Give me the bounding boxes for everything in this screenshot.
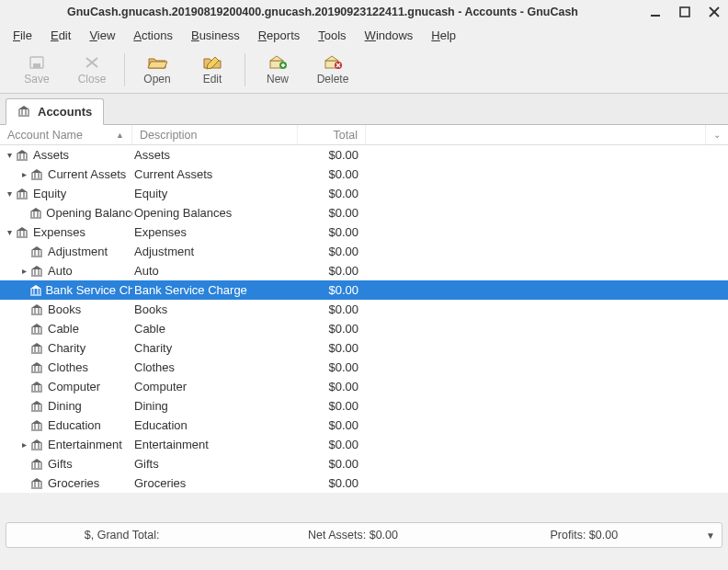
account-row[interactable]: GiftsGifts$0.00 [0, 454, 728, 473]
toolbar-edit-button[interactable]: Edit [185, 52, 240, 87]
account-name-cell: Clothes [0, 360, 132, 374]
account-row[interactable]: Bank Service ChaBank Service Charge$0.00 [0, 280, 728, 300]
column-options-button[interactable]: ⌄ [706, 125, 728, 144]
account-total-cell: $0.00 [298, 418, 366, 432]
account-name-label: Auto [48, 264, 73, 278]
account-name-label: Adjustment [48, 245, 108, 258]
delete-account-icon [323, 54, 343, 71]
svg-marker-120 [31, 459, 42, 462]
account-row[interactable]: ▸EntertainmentEntertainment$0.00 [0, 435, 728, 454]
menu-reports[interactable]: Reports [249, 27, 310, 44]
toolbar-new-button[interactable]: New [250, 52, 305, 87]
account-total-cell: $0.00 [298, 360, 366, 374]
menu-edit[interactable]: Edit [41, 27, 80, 44]
account-row[interactable]: ▾EquityEquity$0.00 [0, 184, 728, 203]
summary-net-assets: Net Assets: $0.00 [237, 529, 468, 542]
account-description-cell: Equity [132, 187, 298, 200]
account-name-label: Dining [48, 399, 82, 413]
column-account-name[interactable]: Account Name ▲ [0, 125, 132, 144]
account-name-label: Bank Service Cha [45, 283, 132, 297]
expand-icon[interactable]: ▸ [18, 169, 29, 179]
account-total-cell: $0.00 [298, 399, 366, 413]
account-name-cell: Computer [0, 380, 132, 393]
minimize-button[interactable] [649, 6, 662, 18]
summary-bar: $, Grand Total: Net Assets: $0.00 Profit… [6, 522, 722, 548]
account-name-label: Charity [48, 341, 85, 355]
svg-marker-42 [30, 208, 41, 211]
minimize-icon [650, 6, 661, 17]
account-name-cell: ▸Current Assets [0, 167, 132, 181]
toolbar-close-button[interactable]: Close [64, 52, 119, 87]
menu-windows[interactable]: Windows [356, 27, 423, 44]
account-name-label: Groceries [48, 476, 99, 490]
toolbar-delete-label: Delete [317, 73, 349, 86]
svg-marker-18 [18, 106, 29, 109]
window-controls [649, 6, 721, 18]
account-name-label: Gifts [48, 457, 73, 471]
account-total-cell: $0.00 [298, 245, 366, 258]
collapse-icon[interactable]: ▾ [4, 188, 15, 199]
close-button[interactable] [708, 6, 721, 18]
svg-marker-78 [31, 324, 42, 327]
account-row[interactable]: EducationEducation$0.00 [0, 416, 728, 435]
account-description-cell: Current Assets [132, 167, 298, 181]
expand-icon[interactable]: ▸ [18, 266, 29, 276]
svg-marker-84 [31, 343, 42, 347]
account-row[interactable]: ClothesClothes$0.00 [0, 358, 728, 377]
account-row[interactable]: GroceriesGroceries$0.00 [0, 473, 728, 493]
account-row[interactable]: ComputerComputer$0.00 [0, 377, 728, 396]
account-description-cell: Education [132, 418, 298, 432]
tab-label: Accounts [38, 105, 92, 119]
svg-marker-108 [31, 420, 42, 424]
account-row[interactable]: ▸Current AssetsCurrent Assets$0.00 [0, 165, 728, 184]
account-description-cell: Clothes [132, 360, 298, 374]
account-name-label: Education [48, 418, 101, 432]
close-tab-icon [82, 54, 102, 71]
account-description-cell: Books [132, 302, 298, 316]
toolbar-new-label: New [267, 73, 289, 86]
account-name-cell: ▸Auto [0, 264, 132, 278]
open-folder-icon [147, 54, 167, 71]
toolbar-delete-button[interactable]: Delete [305, 52, 360, 87]
menu-actions[interactable]: Actions [124, 27, 182, 44]
account-row[interactable]: AdjustmentAdjustment$0.00 [0, 242, 728, 261]
collapse-icon[interactable]: ▾ [4, 150, 15, 160]
tab-accounts[interactable]: Accounts [6, 98, 104, 125]
account-name-label: Books [48, 302, 81, 316]
account-row[interactable]: ▸AutoAuto$0.00 [0, 261, 728, 280]
account-name-cell: Adjustment [0, 245, 132, 258]
column-total[interactable]: Total [298, 125, 366, 144]
toolbar-save-button[interactable]: Save [9, 52, 64, 87]
bank-icon [30, 381, 45, 393]
account-row[interactable]: Opening BalanceOpening Balances$0.00 [0, 203, 728, 222]
account-row[interactable]: DiningDining$0.00 [0, 396, 728, 416]
account-row[interactable]: CharityCharity$0.00 [0, 338, 728, 358]
account-row[interactable]: ▾ExpensesExpenses$0.00 [0, 222, 728, 242]
account-row[interactable]: CableCable$0.00 [0, 319, 728, 338]
summary-dropdown-button[interactable]: ▼ [700, 530, 722, 541]
account-name-label: Computer [48, 380, 100, 393]
svg-marker-24 [17, 150, 28, 154]
svg-marker-36 [17, 188, 28, 192]
maximize-button[interactable] [678, 6, 691, 18]
account-description-cell: Assets [132, 148, 298, 162]
account-row[interactable]: ▾AssetsAssets$0.00 [0, 145, 728, 165]
expand-icon[interactable]: ▸ [18, 439, 29, 450]
menu-business[interactable]: Business [182, 27, 249, 44]
bank-icon [17, 106, 32, 119]
menu-file[interactable]: File [4, 27, 41, 44]
account-total-cell: $0.00 [298, 187, 366, 200]
column-spacer [366, 125, 706, 144]
column-description[interactable]: Description [132, 125, 298, 144]
collapse-icon[interactable]: ▾ [4, 227, 15, 237]
menu-help[interactable]: Help [422, 27, 465, 44]
toolbar: Save Close Open Edit New [0, 46, 728, 94]
accounts-tree[interactable]: ▾AssetsAssets$0.00▸Current AssetsCurrent… [0, 145, 728, 493]
account-total-cell: $0.00 [298, 322, 366, 336]
menu-view[interactable]: View [80, 27, 124, 44]
bank-icon [16, 188, 30, 200]
account-row[interactable]: BooksBooks$0.00 [0, 300, 728, 319]
bank-icon [29, 207, 43, 220]
menu-tools[interactable]: Tools [309, 27, 355, 44]
toolbar-open-button[interactable]: Open [130, 52, 185, 87]
